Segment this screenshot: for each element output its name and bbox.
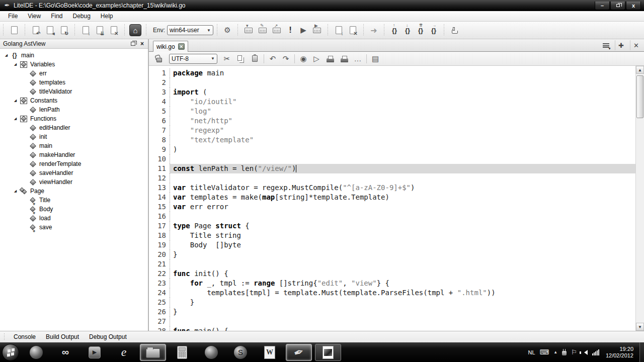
home-icon[interactable]: ⌂ <box>129 24 142 37</box>
tree-item-rendertemplate[interactable]: renderTemplate <box>0 159 148 168</box>
scroll-up-icon[interactable]: ▲ <box>636 66 644 74</box>
tree-item-main[interactable]: ◢{}main <box>0 51 148 60</box>
print-preview-icon[interactable] <box>338 52 351 65</box>
menu-file[interactable]: File <box>3 12 23 21</box>
settings-gear-icon[interactable]: ⚙ <box>221 24 233 36</box>
copy-icon[interactable] <box>234 52 247 65</box>
save-file-icon[interactable]: ↓ <box>79 24 92 37</box>
tree-item-functions[interactable]: ◢Functions <box>0 114 148 123</box>
tree-item-load[interactable]: load <box>0 214 148 223</box>
build-and-run-icon[interactable]: ▶ <box>310 24 324 37</box>
redo-icon[interactable]: ↷ <box>280 53 292 65</box>
toolbar-drag-handle[interactable] <box>443 24 445 36</box>
more-icon[interactable]: … <box>352 53 364 65</box>
output-tab-console[interactable]: Console <box>9 332 41 342</box>
show-desktop-button[interactable] <box>639 342 644 362</box>
undo-icon[interactable]: ↶ <box>267 53 279 65</box>
tab-list-icon[interactable] <box>600 40 612 50</box>
toolbar-drag-handle[interactable] <box>236 24 239 36</box>
fold-block-icon[interactable]: {}↑ <box>388 24 400 36</box>
start-button[interactable] <box>2 344 19 361</box>
menu-find[interactable]: Find <box>46 12 67 21</box>
tree-item-savehandler[interactable]: saveHandler <box>0 168 148 177</box>
paste-icon[interactable] <box>248 52 261 65</box>
tree-item-lenpath[interactable]: lenPath <box>0 105 148 114</box>
taskbar-item-explorer[interactable] <box>140 344 166 361</box>
expander-icon[interactable]: ◢ <box>12 117 19 121</box>
pan-hand-icon[interactable] <box>448 24 461 37</box>
menu-help[interactable]: Help <box>96 12 118 21</box>
stop-action-icon[interactable]: ! <box>284 24 296 36</box>
tree-item-constants[interactable]: ◢Constants <box>0 96 148 105</box>
save-all-icon[interactable]: ⇊ <box>93 24 106 37</box>
open-folder-icon[interactable]: ◂ <box>43 24 56 37</box>
toolbar-drag-handle[interactable] <box>362 24 365 36</box>
toolbar-drag-handle[interactable] <box>327 24 329 36</box>
close-panel-icon[interactable]: × <box>140 41 144 47</box>
nav-forward-icon[interactable]: ➜ <box>368 24 380 36</box>
tree-item-edithandler[interactable]: editHandler <box>0 123 148 132</box>
keyboard-icon[interactable]: ⌨ <box>540 349 549 355</box>
fold-all-icon[interactable]: {}⇈ <box>415 24 427 36</box>
new-file-icon[interactable] <box>8 24 21 37</box>
restore-button[interactable] <box>610 2 625 10</box>
float-panel-icon[interactable] <box>131 42 135 46</box>
tree-item-viewhandler[interactable]: viewHandler <box>0 177 148 187</box>
tree-item-variables[interactable]: ◢Variables <box>0 60 148 69</box>
tree-item-err[interactable]: err <box>0 69 148 78</box>
play-macro-icon[interactable]: ▷ <box>310 53 323 65</box>
readonly-lock-icon[interactable] <box>152 52 166 65</box>
cut-icon[interactable]: ✂ <box>221 53 233 65</box>
taskbar-item-skype[interactable]: S <box>227 344 254 361</box>
taskbar-item-calculator[interactable] <box>169 344 195 361</box>
build-clean-icon[interactable]: ✎ <box>256 24 269 37</box>
toolbar-drag-handle[interactable] <box>383 24 385 36</box>
language-indicator[interactable]: NL <box>528 349 535 355</box>
split-add-icon[interactable]: ✚ <box>615 40 627 50</box>
tree-item-templates[interactable]: templates <box>0 78 148 87</box>
expander-icon[interactable]: ◢ <box>3 53 10 57</box>
network-signal-icon[interactable] <box>592 349 599 355</box>
power-plug-icon[interactable] <box>562 351 567 355</box>
toolbar-drag-handle[interactable] <box>24 24 26 36</box>
taskbar-item-media-player[interactable]: ▶ <box>82 344 108 361</box>
toolbar-drag-handle[interactable] <box>123 24 126 36</box>
env-combo[interactable]: win64-user▼ <box>167 25 213 35</box>
toolbar-drag-handle[interactable] <box>73 24 76 36</box>
expander-icon[interactable]: ◢ <box>12 62 19 66</box>
tree-item-init[interactable]: init <box>0 132 148 141</box>
unfold-all-icon[interactable]: {}→ <box>428 24 440 36</box>
close-doc-icon[interactable]: ✕ <box>346 24 359 37</box>
taskbar-item-globe[interactable] <box>23 344 49 361</box>
build-rebuild-icon[interactable]: ↗ <box>270 24 283 37</box>
tab-wiki-go[interactable]: wiki.go ✕ <box>153 41 188 52</box>
encoding-combo[interactable]: UTF-8▼ <box>169 54 217 64</box>
taskbar-item-internet-explorer[interactable]: e <box>111 344 137 361</box>
close-button[interactable]: x <box>626 2 641 10</box>
record-macro-icon[interactable]: ◉ <box>297 53 309 65</box>
tree-item-makehandler[interactable]: makeHandler <box>0 150 148 159</box>
scroll-down-icon[interactable]: ▼ <box>636 323 644 331</box>
output-drag-handle[interactable] <box>3 333 6 340</box>
vertical-scrollbar[interactable]: ▲ ▼ <box>635 66 644 331</box>
open-file-icon[interactable]: ↶ <box>29 24 42 37</box>
action-center-flag-icon[interactable]: ⚐ <box>571 349 577 355</box>
output-tab-debug-output[interactable]: Debug Output <box>84 332 132 342</box>
build-icon[interactable]: ▾ <box>242 24 255 37</box>
run-icon[interactable]: ▶ <box>297 24 309 36</box>
tree-item-body[interactable]: Body <box>0 205 148 214</box>
tree-item-page[interactable]: ◢Page <box>0 187 148 196</box>
taskbar-item-photo-viewer[interactable] <box>315 344 341 361</box>
minimize-button[interactable]: – <box>595 2 610 10</box>
volume-icon[interactable] <box>582 350 588 355</box>
tab-close-icon[interactable]: ✕ <box>178 43 185 50</box>
expander-icon[interactable]: ◢ <box>12 99 19 103</box>
close-file-icon[interactable]: ✕ <box>107 24 120 37</box>
tree-item-titlevalidator[interactable]: titleValidator <box>0 87 148 96</box>
tree-item-title[interactable]: Title <box>0 196 148 205</box>
unfold-block-icon[interactable]: {}↓ <box>401 24 414 36</box>
toolbar-drag-handle[interactable] <box>145 24 147 36</box>
taskbar-item-word[interactable]: W <box>257 344 283 361</box>
print-icon[interactable] <box>324 52 337 65</box>
show-hidden-icons[interactable]: ▲ <box>553 350 557 354</box>
